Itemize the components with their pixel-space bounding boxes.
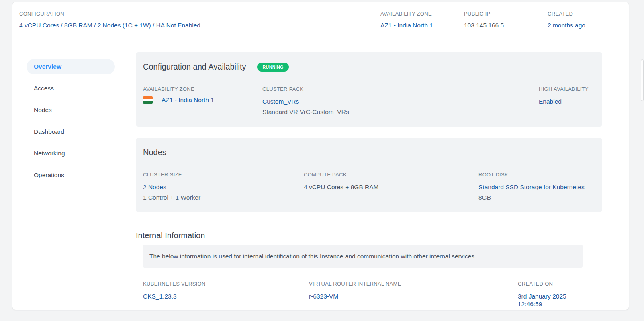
internal-information-note: The below information is used for intern… (143, 245, 583, 268)
high-availability-field-value[interactable]: Enabled (539, 98, 595, 105)
public-ip-summary: PUBLIC IP 103.145.166.5 (464, 11, 548, 29)
public-ip-value: 103.145.166.5 (464, 22, 548, 29)
instance-summary-header: CONFIGURATION 4 vCPU Cores / 8GB RAM / 2… (12, 2, 629, 29)
high-availability-field-label: HIGH AVAILABILITY (539, 86, 595, 92)
availability-zone-label: AVAILABILITY ZONE (380, 11, 464, 17)
internal-information-title: Internal Information (136, 230, 205, 241)
high-availability-field: HIGH AVAILABILITY Enabled (539, 86, 595, 116)
configuration-label: CONFIGURATION (19, 11, 200, 17)
root-disk-field: ROOT DISK Standard SSD Storage for Kuber… (478, 172, 595, 201)
detail-tabs-sidebar: Overview Access Nodes Dashboard Networki… (12, 40, 115, 308)
internal-information-section: Internal Information The below informati… (136, 230, 602, 308)
cluster-pack-field-sub: Standard VR VrC-Custom_VRs (262, 108, 539, 116)
sidebar-item-overview[interactable]: Overview (27, 59, 115, 74)
nodes-title: Nodes (143, 147, 166, 158)
kubernetes-version-field-value[interactable]: CKS_1.23.3 (143, 292, 309, 300)
nodes-section: Nodes CLUSTER SIZE 2 Nodes 1 Control + 1… (136, 138, 602, 212)
overview-tab-content: Configuration and Availability RUNNING A… (136, 40, 602, 308)
kubernetes-version-field: KUBERNETES VERSION CKS_1.23.3 (143, 281, 309, 308)
public-ip-label: PUBLIC IP (464, 11, 548, 17)
configuration-value-link[interactable]: 4 vCPU Cores / 8GB RAM / 2 Nodes (1C + 1… (19, 22, 200, 29)
availability-zone-value-link[interactable]: AZ1 - India North 1 (380, 22, 464, 29)
cluster-size-field: CLUSTER SIZE 2 Nodes 1 Control + 1 Worke… (143, 172, 304, 201)
virtual-router-field-label: VIRTUAL ROUTER INTERNAL NAME (309, 281, 518, 287)
cluster-size-field-sub: 1 Control + 1 Worker (143, 194, 304, 201)
root-disk-field-value[interactable]: Standard SSD Storage for Kubernetes (478, 183, 595, 191)
config-availability-title: Configuration and Availability (143, 61, 246, 72)
cluster-size-field-value[interactable]: 2 Nodes (143, 183, 304, 191)
created-value-link[interactable]: 2 months ago (548, 22, 609, 29)
availability-zone-field: AVAILABILITY ZONE AZ1 - India North 1 (143, 86, 262, 116)
india-flag-icon (143, 96, 153, 104)
sidebar-item-dashboard[interactable]: Dashboard (27, 124, 115, 139)
created-on-field-value[interactable]: 3rd January 2025 12:46:59 (518, 292, 587, 308)
config-availability-section: Configuration and Availability RUNNING A… (136, 52, 602, 127)
virtual-router-field-value[interactable]: r-6323-VM (309, 292, 518, 300)
created-summary: CREATED 2 months ago (548, 11, 609, 29)
summary-right-group: AVAILABILITY ZONE AZ1 - India North 1 PU… (380, 11, 609, 29)
cluster-pack-field-value[interactable]: Custom_VRs (262, 98, 539, 105)
cluster-pack-field-label: CLUSTER PACK (262, 86, 539, 92)
instance-detail-card: CONFIGURATION 4 vCPU Cores / 8GB RAM / 2… (12, 2, 629, 310)
cluster-pack-field: CLUSTER PACK Custom_VRs Standard VR VrC-… (262, 86, 539, 116)
compute-pack-field: COMPUTE PACK 4 vCPU Cores + 8GB RAM (304, 172, 478, 201)
availability-zone-field-value[interactable]: AZ1 - India North 1 (162, 96, 214, 104)
cluster-size-field-label: CLUSTER SIZE (143, 172, 304, 178)
sidebar-item-networking[interactable]: Networking (27, 146, 115, 161)
availability-zone-summary: AVAILABILITY ZONE AZ1 - India North 1 (380, 11, 464, 29)
availability-zone-field-label: AVAILABILITY ZONE (143, 86, 262, 92)
compute-pack-field-label: COMPUTE PACK (304, 172, 478, 178)
compute-pack-field-value: 4 vCPU Cores + 8GB RAM (304, 183, 478, 191)
sidebar-item-operations[interactable]: Operations (27, 168, 115, 183)
created-on-field-label: CREATED ON (518, 281, 587, 287)
configuration-summary: CONFIGURATION 4 vCPU Cores / 8GB RAM / 2… (19, 11, 200, 29)
sidebar-item-access[interactable]: Access (27, 81, 115, 96)
created-label: CREATED (548, 11, 609, 17)
root-disk-field-label: ROOT DISK (478, 172, 595, 178)
root-disk-field-sub: 8GB (478, 194, 595, 201)
sidebar-item-nodes[interactable]: Nodes (27, 102, 115, 118)
vertical-scrollbar-thumb[interactable] (641, 59, 644, 101)
virtual-router-field: VIRTUAL ROUTER INTERNAL NAME r-6323-VM (309, 281, 518, 308)
running-status-badge: RUNNING (257, 63, 289, 72)
kubernetes-version-field-label: KUBERNETES VERSION (143, 281, 309, 287)
left-panel-divider (2, 0, 2, 321)
created-on-field: CREATED ON 3rd January 2025 12:46:59 (518, 281, 587, 308)
